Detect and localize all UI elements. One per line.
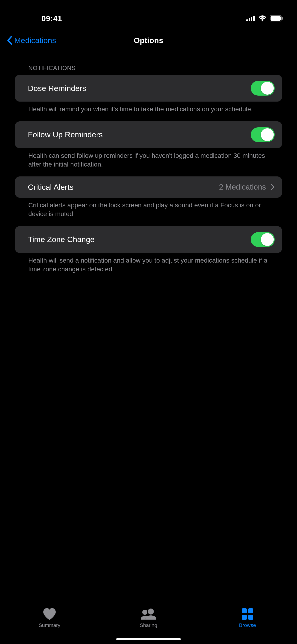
tab-sharing[interactable]: Sharing xyxy=(99,608,198,628)
svg-rect-3 xyxy=(253,16,255,21)
tab-label: Summary xyxy=(39,622,60,628)
row-label: Critical Alerts xyxy=(28,183,74,192)
row-detail: 2 Medications xyxy=(219,183,266,192)
row-critical-alerts[interactable]: Critical Alerts 2 Medications xyxy=(15,176,282,198)
row-footer: Health will send a notification and allo… xyxy=(15,253,282,282)
row-footer: Health will remind you when it's time to… xyxy=(15,102,282,122)
svg-rect-0 xyxy=(246,19,248,21)
svg-rect-6 xyxy=(282,17,283,20)
row-time-zone-change[interactable]: Time Zone Change xyxy=(15,226,282,253)
row-label: Time Zone Change xyxy=(28,235,95,244)
svg-rect-2 xyxy=(251,17,252,21)
status-time: 09:41 xyxy=(14,14,62,23)
toggle-thumb xyxy=(261,128,274,141)
svg-rect-12 xyxy=(248,615,253,620)
status-bar: 09:41 xyxy=(0,0,297,30)
svg-point-8 xyxy=(142,610,147,615)
cellular-icon xyxy=(246,16,255,21)
back-button[interactable]: Medications xyxy=(7,36,56,45)
toggle-follow-up-reminders[interactable] xyxy=(251,127,275,142)
people-icon xyxy=(140,608,157,620)
heart-icon xyxy=(42,608,56,620)
nav-bar: Medications Options xyxy=(0,30,297,51)
tab-browse[interactable]: Browse xyxy=(198,608,297,628)
toggle-dose-reminders[interactable] xyxy=(251,81,275,96)
row-follow-up-reminders[interactable]: Follow Up Reminders xyxy=(15,122,282,148)
tab-summary[interactable]: Summary xyxy=(0,608,99,628)
svg-rect-10 xyxy=(248,608,253,613)
svg-point-7 xyxy=(148,608,154,614)
status-icons xyxy=(246,16,283,22)
row-label: Dose Reminders xyxy=(28,84,86,93)
back-label: Medications xyxy=(14,36,56,45)
toggle-time-zone-change[interactable] xyxy=(251,232,275,247)
battery-icon xyxy=(270,16,283,22)
row-label: Follow Up Reminders xyxy=(28,130,103,139)
row-dose-reminders[interactable]: Dose Reminders xyxy=(15,75,282,102)
grid-icon xyxy=(242,608,253,620)
chevron-left-icon xyxy=(7,36,12,45)
row-footer: Health can send follow up reminders if y… xyxy=(15,148,282,177)
home-indicator[interactable] xyxy=(116,638,181,640)
toggle-thumb xyxy=(261,82,274,95)
svg-rect-5 xyxy=(270,16,281,21)
wifi-icon xyxy=(258,16,266,22)
svg-rect-9 xyxy=(242,608,247,613)
content: NOTIFICATIONS Dose Reminders Health will… xyxy=(0,51,297,282)
tab-label: Browse xyxy=(239,622,256,628)
svg-rect-11 xyxy=(242,615,247,620)
page-title: Options xyxy=(134,36,163,45)
row-footer: Critical alerts appear on the lock scree… xyxy=(15,198,282,226)
section-header-notifications: NOTIFICATIONS xyxy=(15,58,282,75)
tab-label: Sharing xyxy=(140,622,157,628)
svg-rect-1 xyxy=(249,18,250,21)
toggle-thumb xyxy=(261,233,274,246)
chevron-right-icon xyxy=(270,184,275,190)
